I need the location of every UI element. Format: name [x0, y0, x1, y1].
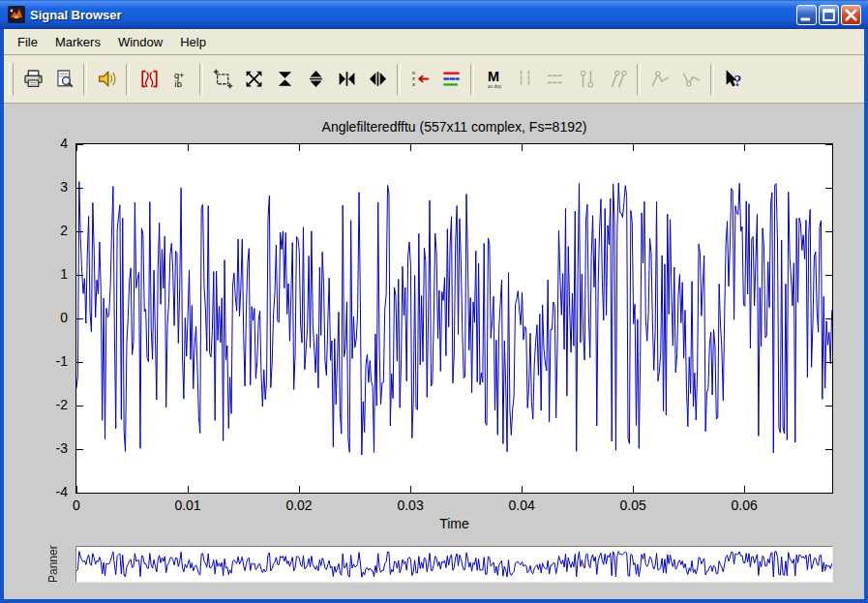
- toolbar-button-zoom-out-x[interactable]: [362, 63, 393, 96]
- maximize-button[interactable]: [819, 5, 839, 25]
- zoom-out-full-icon: [244, 69, 264, 89]
- toolbar-button-marker-tracking: [571, 63, 602, 96]
- minimize-button[interactable]: [796, 5, 817, 25]
- y-tick-right: [825, 275, 832, 276]
- toolbar-button-vertical-markers: [509, 63, 540, 96]
- toolbar-separator: [637, 64, 641, 95]
- toolbar-separator: [199, 64, 203, 95]
- y-tick: [76, 493, 83, 494]
- toolbar-button-peaks: [644, 63, 675, 96]
- toolbar-button-zoom-in-x[interactable]: [331, 63, 362, 96]
- peaks-icon: [650, 69, 671, 89]
- panner-label: Panner: [46, 545, 62, 584]
- x-tick-top: [188, 144, 189, 151]
- x-tick-label: 0.06: [720, 497, 768, 513]
- y-tick-right: [825, 318, 832, 319]
- window-titlebar: Signal Browser: [0, 0, 868, 29]
- y-tick-right: [825, 406, 832, 407]
- menubar: FileMarkersWindowHelp: [4, 29, 864, 55]
- toolbar-button-print-preview[interactable]: [48, 63, 79, 96]
- svg-text:?: ?: [733, 73, 741, 89]
- zoom-out-y-icon: [306, 69, 326, 89]
- toolbar-button-valleys: [675, 63, 706, 96]
- menu-item-file[interactable]: File: [9, 32, 46, 52]
- x-tick-top: [410, 144, 411, 151]
- svg-text:ib: ib: [174, 79, 181, 89]
- plot-axes[interactable]: [75, 143, 833, 494]
- y-tick-right: [825, 231, 832, 232]
- minimize-icon: [797, 6, 816, 24]
- toolbar-button-zoom-out-full[interactable]: [238, 63, 269, 96]
- toolbar-separator: [470, 64, 474, 95]
- y-tick-right: [825, 144, 832, 145]
- x-tick: [188, 486, 189, 493]
- y-tick-label: 2: [37, 223, 68, 238]
- svg-text:an dsp: an dsp: [487, 84, 501, 89]
- toolbar-button-line-properties[interactable]: [435, 63, 466, 96]
- toolbar-button-select-trace[interactable]: xzx: [404, 63, 435, 96]
- x-tick-label: 0.04: [497, 497, 546, 513]
- panner[interactable]: [75, 546, 833, 583]
- x-axis-label: Time: [75, 516, 833, 531]
- y-tick-right: [825, 362, 832, 363]
- y-tick: [76, 406, 83, 407]
- y-tick: [76, 449, 83, 450]
- y-tick: [76, 231, 83, 232]
- print-preview-icon: [54, 69, 75, 89]
- toolbar-grip[interactable]: [9, 63, 14, 96]
- signal-canvas[interactable]: [76, 144, 832, 493]
- toolbar-button-array-signals[interactable]: q+ib: [165, 63, 195, 96]
- signal-selection-icon: [139, 69, 160, 89]
- select-trace-icon: xzx: [410, 69, 431, 89]
- toolbar: q+ibxzxMan dsp?: [4, 55, 864, 104]
- marker-tracking-icon: [577, 69, 597, 89]
- y-tick: [76, 275, 83, 276]
- y-tick-label: -2: [37, 397, 68, 412]
- maximize-icon: [820, 6, 838, 24]
- toolbar-button-print[interactable]: [17, 63, 48, 96]
- y-tick-right: [825, 449, 832, 450]
- menu-item-markers[interactable]: Markers: [46, 32, 109, 52]
- toolbar-button-play-sound[interactable]: [91, 63, 122, 96]
- toolbar-button-zoom-in-y[interactable]: [269, 63, 300, 96]
- x-tick-label: 0.02: [275, 497, 323, 513]
- panner-canvas[interactable]: [76, 547, 832, 582]
- x-tick: [633, 486, 634, 493]
- zoom-in-x-icon: [337, 69, 357, 89]
- window-controls: [796, 5, 861, 25]
- menu-item-window[interactable]: Window: [109, 32, 171, 52]
- window-title: Signal Browser: [30, 8, 796, 22]
- x-tick-top: [522, 144, 523, 151]
- toolbar-button-zoom-in[interactable]: [207, 63, 238, 96]
- figure-area: Anglefilteredfftu (557x11 complex, Fs=81…: [4, 104, 864, 599]
- x-tick-top: [76, 144, 77, 151]
- toolbar-button-signal-selection[interactable]: [134, 63, 165, 96]
- toolbar-separator: [710, 64, 714, 95]
- marker-tracking-slope-icon: [608, 69, 628, 89]
- x-tick-label: 0.03: [386, 497, 434, 513]
- y-tick: [76, 188, 83, 189]
- toolbar-button-markers[interactable]: Man dsp: [478, 63, 509, 96]
- y-tick-right: [825, 493, 832, 494]
- x-tick-label: 0: [52, 497, 101, 513]
- y-tick-label: -4: [37, 484, 68, 499]
- y-tick-label: -1: [37, 353, 68, 369]
- toolbar-button-whats-this[interactable]: ?: [718, 63, 749, 96]
- x-tick: [744, 486, 745, 493]
- svg-text:M: M: [487, 69, 498, 84]
- array-signals-icon: q+ib: [170, 69, 191, 89]
- y-tick: [76, 144, 83, 145]
- close-button[interactable]: [841, 5, 861, 25]
- print-icon: [23, 69, 44, 89]
- toolbar-button-zoom-out-y[interactable]: [300, 63, 331, 96]
- toolbar-separator: [83, 64, 87, 95]
- signal-browser-window: Signal Browser FileMarkersWindowHelp q+i…: [0, 0, 868, 603]
- x-tick-top: [744, 144, 745, 151]
- toolbar-button-marker-tracking-slope: [602, 63, 633, 96]
- menu-item-help[interactable]: Help: [171, 32, 215, 52]
- svg-text:x: x: [411, 81, 414, 87]
- y-tick-label: -3: [37, 440, 68, 456]
- y-tick-label: 0: [37, 310, 68, 325]
- y-tick: [76, 362, 83, 363]
- toolbar-separator: [397, 64, 401, 95]
